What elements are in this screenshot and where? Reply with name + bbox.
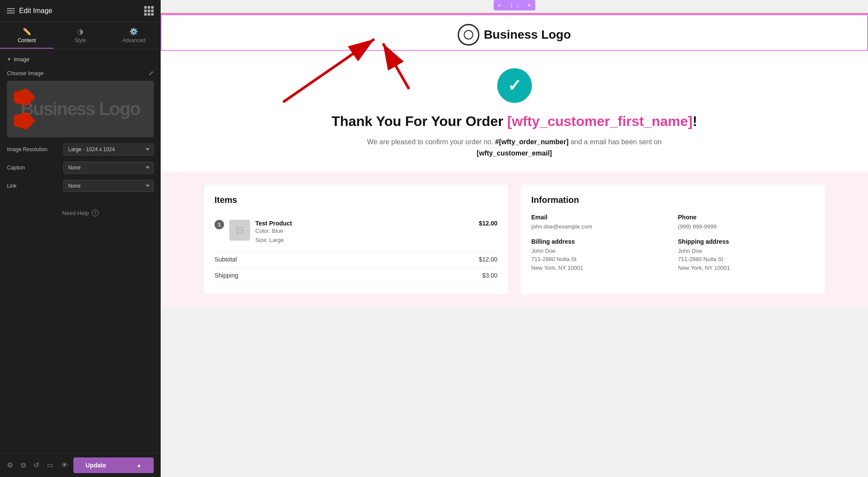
phone-label: Phone: [678, 214, 814, 221]
caption-select[interactable]: None Attachment Caption Custom Caption: [63, 162, 154, 174]
logo-icon: [463, 30, 474, 40]
information-card-title: Information: [531, 195, 815, 205]
need-help-label: Need Help: [62, 210, 89, 216]
close-element-button[interactable]: ×: [526, 1, 533, 10]
svg-point-0: [464, 30, 473, 39]
item-image-placeholder: [229, 220, 250, 241]
panel-header-left: Edit Image: [7, 7, 52, 15]
hamburger-menu-icon[interactable]: [7, 8, 15, 13]
thankyou-section: ✓ Thank You For Your Order [wfty_custome…: [161, 51, 868, 172]
content-tab-icon: ✏️: [23, 27, 31, 36]
items-card: Items 1 Test Product Color: Blue Size: L: [204, 185, 508, 294]
thankyou-title-part1: Thank You For Your Order: [331, 113, 507, 129]
advanced-tab-icon: ⚙️: [129, 27, 138, 36]
information-card: Information Email john.doe@example.com P…: [521, 185, 825, 294]
logo-text: Business Logo: [484, 28, 571, 42]
billing-value: John Doe711-2880 Nulla StNew York, NY 10…: [531, 247, 668, 272]
order-number: #[wfty_order_number]: [495, 138, 568, 146]
left-panel: Edit Image ✏️ Content ◑ Style ⚙️ Advance…: [0, 0, 161, 477]
caption-control: None Attachment Caption Custom Caption: [63, 162, 154, 174]
item-details: Test Product Color: Blue Size: Large: [255, 220, 474, 245]
subtitle-part1: We are pleased to confirm your order no.: [367, 138, 495, 146]
image-resolution-row: Image Resolution Large - 1024 x 1024 Thu…: [7, 143, 154, 156]
item-price: $12.00: [479, 220, 498, 227]
info-phone-item: Phone (999) 999-9999: [678, 214, 814, 231]
item-number: 1: [215, 220, 224, 229]
email-tag: [wfty_customer_email]: [477, 149, 552, 157]
panel-content: ▼ Image Choose Image ⤢ Business Logo Ima…: [0, 49, 161, 453]
chevron-up-icon: ▲: [136, 462, 142, 468]
item-name: Test Product: [255, 220, 474, 227]
check-circle: ✓: [497, 68, 532, 103]
tab-style-label: Style: [75, 37, 86, 43]
info-shipping-item: Shipping address John Doe711-2880 Nulla …: [678, 238, 814, 272]
phone-value: (999) 999-9999: [678, 222, 814, 231]
subtotal-label: Subtotal: [215, 256, 237, 263]
email-value: john.doe@example.com: [531, 222, 668, 231]
preview-icon[interactable]: 👁: [61, 461, 68, 469]
item-size: Size: Large: [255, 236, 474, 245]
tab-style[interactable]: ◑ Style: [53, 22, 107, 49]
caption-label: Caption: [7, 165, 63, 171]
tab-content-label: Content: [18, 37, 36, 43]
thankyou-title: Thank You For Your Order [wfty_customer_…: [331, 113, 697, 129]
device-icon[interactable]: ▭: [47, 461, 53, 469]
image-preview-container[interactable]: Business Logo: [7, 81, 154, 137]
panel-title: Edit Image: [19, 7, 52, 15]
svg-point-6: [238, 229, 239, 230]
caption-row: Caption None Attachment Caption Custom C…: [7, 162, 154, 174]
settings-icon[interactable]: ⚙: [7, 461, 13, 469]
tab-content[interactable]: ✏️ Content: [0, 22, 53, 49]
logo-section: Business Logo: [161, 14, 868, 51]
logo-circle: [458, 24, 479, 46]
shipping-row: Shipping $3.00: [215, 268, 498, 284]
shipping-label: Shipping: [215, 272, 238, 279]
item-row: 1 Test Product Color: Blue Size: Large: [215, 214, 498, 252]
grid-icon[interactable]: [144, 6, 154, 16]
shipping-value: $3.00: [482, 272, 497, 279]
bottom-icons: ⚙ ⧉ ↺ ▭ 👁: [7, 461, 68, 469]
need-help[interactable]: Need Help ?: [7, 209, 154, 216]
email-label: Email: [531, 214, 668, 221]
thankyou-exclaim: !: [693, 113, 697, 129]
info-grid: Email john.doe@example.com Phone (999) 9…: [531, 214, 815, 272]
tab-advanced[interactable]: ⚙️ Advanced: [107, 22, 161, 49]
preview-text: Business Logo: [20, 99, 140, 119]
canvas-content: Business Logo: [161, 0, 868, 477]
update-button-label: Update: [86, 462, 106, 469]
item-color: Color: Blue: [255, 227, 474, 236]
items-card-title: Items: [215, 195, 498, 205]
choose-image-row: Choose Image ⤢: [7, 70, 154, 76]
history-icon[interactable]: ↺: [33, 461, 39, 469]
info-billing-item: Billing address John Doe711-2880 Nulla S…: [531, 238, 668, 272]
shipping-address-label: Shipping address: [678, 238, 814, 245]
check-icon: ✓: [508, 76, 521, 95]
subtotal-value: $12.00: [479, 256, 498, 263]
layers-icon[interactable]: ⧉: [21, 461, 26, 469]
info-section: Items 1 Test Product Color: Blue Size: L: [161, 172, 868, 307]
image-placeholder-icon: [235, 226, 244, 235]
link-row: Link None Media File Attachment Page Cus…: [7, 180, 154, 192]
update-button[interactable]: Update ▲: [73, 457, 154, 473]
shipping-address-value: John Doe711-2880 Nulla StNew York, NY 10…: [678, 247, 814, 272]
section-arrow-icon: ▼: [7, 57, 11, 62]
subtotal-row: Subtotal $12.00: [215, 252, 498, 268]
image-resolution-select[interactable]: Large - 1024 x 1024 Thumbnail - 150 x 15…: [63, 143, 154, 156]
panel-header: Edit Image: [0, 0, 161, 22]
drag-handle-button[interactable]: ⋮⋮: [507, 1, 522, 10]
tab-advanced-label: Advanced: [122, 37, 145, 43]
style-tab-icon: ◑: [77, 27, 83, 36]
link-label: Link: [7, 183, 63, 189]
element-toolbar: + ⋮⋮ ×: [493, 0, 535, 10]
add-element-button[interactable]: +: [496, 1, 503, 10]
thankyou-subtitle: We are pleased to confirm your order no.…: [367, 136, 661, 159]
billing-label: Billing address: [531, 238, 668, 245]
expand-icon[interactable]: ⤢: [149, 70, 154, 76]
subtitle-part2: and a email has been sent on: [568, 138, 661, 146]
image-section-header[interactable]: ▼ Image: [7, 56, 154, 63]
link-select[interactable]: None Media File Attachment Page Custom U…: [63, 180, 154, 192]
image-resolution-label: Image Resolution: [7, 146, 63, 152]
choose-image-label: Choose Image: [7, 70, 44, 76]
link-control: None Media File Attachment Page Custom U…: [63, 180, 154, 192]
panel-tabs: ✏️ Content ◑ Style ⚙️ Advanced: [0, 22, 161, 49]
